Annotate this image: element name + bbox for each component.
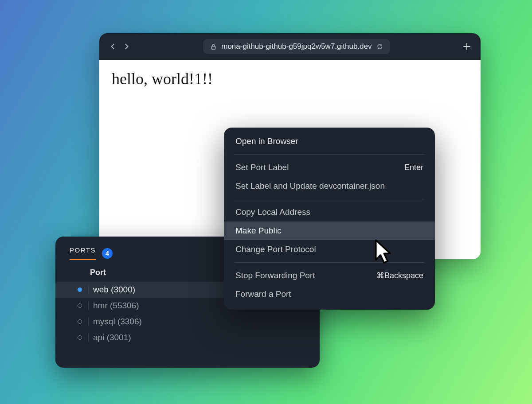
port-label: hmr (55306): [93, 301, 139, 311]
menu-item-stop-forwarding-port[interactable]: Stop Forwarding Port ⌘Backspace: [224, 266, 435, 285]
nav-arrows-group: [107, 41, 132, 52]
port-label: web (3000): [93, 285, 135, 295]
menu-shortcut: ⌘Backspace: [376, 271, 423, 280]
browser-toolbar: mona-github-github-g59jpq2w5w7.github.de…: [99, 33, 481, 60]
page-body-text: hello, world!1!!: [112, 70, 468, 88]
menu-item-set-label-update-devcontainer[interactable]: Set Label and Update devcontainer.json: [224, 177, 435, 195]
menu-item-label: Make Public: [235, 226, 282, 236]
divider: [88, 302, 89, 310]
divider: [88, 318, 89, 326]
menu-item-change-port-protocol[interactable]: Change Port Protocol: [224, 240, 435, 259]
menu-item-label: Set Port Label: [235, 163, 289, 172]
menu-separator: [235, 199, 424, 199]
address-bar[interactable]: mona-github-github-g59jpq2w5w7.github.de…: [203, 39, 390, 54]
divider: [88, 334, 89, 342]
new-tab-button[interactable]: [461, 41, 473, 52]
back-button[interactable]: [107, 41, 119, 52]
svg-rect-0: [212, 46, 215, 49]
chevron-left-icon: [110, 43, 116, 50]
status-dot-icon: [73, 319, 86, 324]
menu-item-label: Forward a Port: [235, 289, 291, 299]
plus-icon: [463, 43, 471, 50]
menu-item-copy-local-address[interactable]: Copy Local Address: [224, 203, 435, 221]
status-dot-active-icon: [73, 287, 86, 292]
menu-item-set-port-label[interactable]: Set Port Label Enter: [224, 158, 435, 177]
ports-count-badge: 4: [102, 248, 113, 259]
menu-item-label: Open in Browser: [235, 136, 298, 146]
forward-button[interactable]: [121, 41, 132, 52]
menu-separator: [235, 262, 424, 263]
chevron-right-icon: [123, 43, 129, 50]
port-row[interactable]: mysql (3306): [55, 314, 320, 330]
divider: [88, 286, 89, 294]
url-text: mona-github-github-g59jpq2w5w7.github.de…: [221, 42, 372, 51]
port-label: mysql (3306): [93, 317, 142, 326]
context-menu: Open in Browser Set Port Label Enter Set…: [224, 128, 435, 310]
status-dot-icon: [73, 303, 86, 308]
lock-icon: [210, 43, 217, 50]
menu-item-label: Set Label and Update devcontainer.json: [235, 181, 385, 191]
menu-item-open-in-browser[interactable]: Open in Browser: [224, 132, 435, 151]
port-label: api (3001): [93, 333, 131, 342]
tab-ports[interactable]: PORTS: [70, 246, 96, 260]
menu-item-forward-a-port[interactable]: Forward a Port: [224, 285, 435, 303]
menu-item-label: Change Port Protocol: [235, 245, 316, 254]
port-row[interactable]: api (3001): [55, 330, 320, 346]
reload-icon[interactable]: [376, 43, 383, 50]
menu-item-label: Copy Local Address: [235, 207, 310, 217]
menu-separator: [235, 154, 424, 155]
menu-item-make-public[interactable]: Make Public: [224, 221, 435, 240]
menu-item-label: Stop Forwarding Port: [235, 271, 315, 280]
status-dot-icon: [73, 335, 86, 340]
menu-shortcut: Enter: [404, 163, 423, 172]
